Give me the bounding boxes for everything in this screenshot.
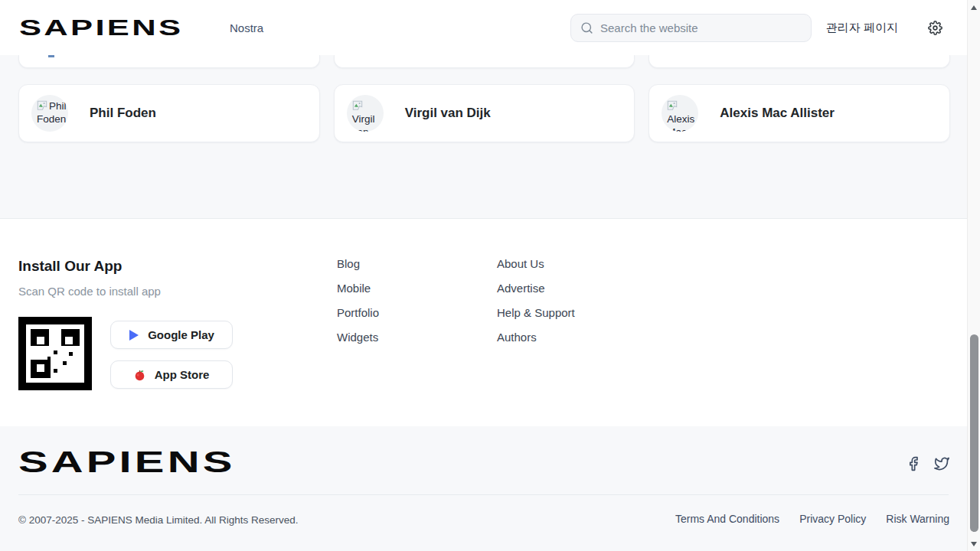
- footer-link-advertise[interactable]: Advertise: [497, 276, 575, 300]
- broken-image-icon: [667, 100, 678, 111]
- privacy-policy-link[interactable]: Privacy Policy: [799, 513, 866, 525]
- footer-link-portfolio[interactable]: Portfolio: [337, 300, 379, 324]
- avatar-alt-text: Virgil van Dijk: [352, 113, 375, 132]
- scroll-up-arrow-icon[interactable]: [971, 5, 977, 10]
- install-app-title: Install Our App: [18, 258, 122, 275]
- scrollbar-thumb[interactable]: [970, 334, 978, 532]
- player-card-phil-foden[interactable]: Phil Foden Phil Foden: [18, 84, 320, 142]
- footer-bottom-section: SAPIENS © 2007-2025 - SAPIENS Media Limi…: [0, 426, 967, 551]
- player-name: Alexis Mac Allister: [720, 106, 835, 121]
- nav-subtitle: Nostra: [230, 0, 263, 55]
- player-card-alexis-mac-allister[interactable]: Alexis Mac Allister Alexis Mac Allister: [648, 84, 950, 142]
- page: SAPIENS Nostra 관리자 페이지: [0, 0, 967, 551]
- footer-link-authors[interactable]: Authors: [497, 324, 575, 349]
- scrollbar[interactable]: [967, 0, 980, 551]
- gear-icon[interactable]: [928, 21, 942, 35]
- search-icon: [580, 21, 593, 34]
- copyright-text: © 2007-2025 - SAPIENS Media Limited. All…: [18, 514, 299, 526]
- partial-card[interactable]: [18, 55, 320, 68]
- footer-link-about-us[interactable]: About Us: [497, 251, 575, 276]
- footer-links-column-2: About Us Advertise Help & Support Author…: [497, 251, 575, 349]
- qr-code: [18, 317, 92, 390]
- navbar: SAPIENS Nostra 관리자 페이지: [0, 0, 967, 55]
- partial-card[interactable]: [334, 55, 635, 68]
- footer-install-section: Install Our App Scan QR code to install …: [0, 218, 967, 426]
- site-logo-text: SAPIENS: [19, 15, 183, 41]
- footer-link-mobile[interactable]: Mobile: [337, 276, 379, 300]
- legal-links: Terms And Conditions Privacy Policy Risk…: [675, 513, 949, 525]
- broken-image-icon: [37, 100, 47, 111]
- search-box[interactable]: [570, 14, 812, 42]
- clipped-image-fragment: [48, 55, 54, 57]
- avatar: Alexis Mac Allister: [662, 95, 698, 132]
- terms-link[interactable]: Terms And Conditions: [675, 513, 779, 525]
- google-play-button[interactable]: Google Play: [110, 321, 233, 349]
- risk-warning-link[interactable]: Risk Warning: [886, 513, 949, 525]
- site-logo[interactable]: SAPIENS: [19, 13, 143, 42]
- store-buttons: Google Play App Store: [110, 321, 233, 389]
- admin-page-link[interactable]: 관리자 페이지: [826, 0, 898, 55]
- app-store-button[interactable]: App Store: [110, 360, 233, 389]
- facebook-icon[interactable]: [906, 456, 921, 471]
- player-name: Virgil van Dijk: [405, 106, 491, 121]
- footer-logo-text: SAPIENS: [18, 445, 235, 479]
- avatar-alt-text: Alexis Mac Allister: [667, 113, 694, 132]
- footer-link-help-support[interactable]: Help & Support: [497, 300, 575, 324]
- players-section: Phil Foden Phil Foden Virgil van Dijk Vi…: [0, 55, 967, 218]
- scroll-down-arrow-icon[interactable]: [971, 542, 977, 546]
- apple-icon: [134, 369, 145, 381]
- avatar: Phil Foden: [31, 95, 68, 132]
- partial-card[interactable]: [648, 55, 950, 68]
- twitter-icon[interactable]: [934, 456, 949, 471]
- social-links: [906, 456, 949, 471]
- install-app-subtitle: Scan QR code to install app: [18, 285, 161, 298]
- avatar: Virgil van Dijk: [347, 95, 384, 132]
- footer-links-column-1: Blog Mobile Portfolio Widgets: [337, 251, 379, 349]
- footer-link-blog[interactable]: Blog: [337, 251, 379, 276]
- footer-logo: SAPIENS: [18, 447, 175, 478]
- broken-image-icon: [352, 100, 363, 111]
- player-name: Phil Foden: [90, 106, 156, 121]
- play-triangle-icon: [129, 330, 139, 341]
- footer-divider: [18, 494, 949, 495]
- app-store-label: App Store: [155, 368, 210, 381]
- search-input[interactable]: [600, 21, 802, 34]
- google-play-label: Google Play: [148, 328, 214, 341]
- player-card-virgil-van-dijk[interactable]: Virgil van Dijk Virgil van Dijk: [334, 84, 635, 142]
- footer-link-widgets[interactable]: Widgets: [337, 324, 379, 349]
